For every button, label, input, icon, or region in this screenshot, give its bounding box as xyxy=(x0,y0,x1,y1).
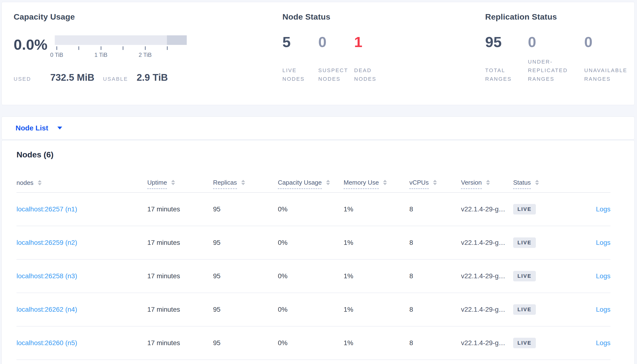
logs-link[interactable]: Logs xyxy=(596,239,610,246)
nodes-table-header: nodes Uptime Replicas Capacity Usage Mem… xyxy=(17,176,610,193)
sort-icon[interactable] xyxy=(241,180,245,185)
replication-stats: 95 TOTAL RANGES 0 UNDER-REPLICATED RANGE… xyxy=(485,34,637,83)
column-header-label: Uptime xyxy=(147,179,167,189)
replicas-cell: 95 xyxy=(213,206,278,213)
vcpus-cell: 8 xyxy=(409,239,461,246)
column-header-label: nodes xyxy=(17,179,34,189)
under-replicated-stat: 0 UNDER-REPLICATED RANGES xyxy=(528,34,584,83)
column-header-memory-use[interactable]: Memory Use xyxy=(344,179,409,189)
table-row: localhost:26257 (n1) 17 minutes 95 0% 1%… xyxy=(17,193,610,226)
view-selector-bar: Node List xyxy=(2,116,634,140)
status-badge: LIVE xyxy=(513,204,536,214)
node-list-dropdown[interactable]: Node List xyxy=(16,124,62,132)
axis-tick xyxy=(145,46,146,50)
capacity-percent: 0.0% xyxy=(14,37,55,58)
dead-nodes-stat: 1 DEAD NODES xyxy=(354,34,390,83)
column-header-label: Capacity Usage xyxy=(278,179,322,189)
logs-link[interactable]: Logs xyxy=(596,272,610,280)
replicas-cell: 95 xyxy=(213,306,278,313)
used-value: 732.5 MiB xyxy=(50,72,95,83)
status-badge: LIVE xyxy=(513,304,536,315)
uptime-cell: 17 minutes xyxy=(147,206,213,213)
vcpus-cell: 8 xyxy=(409,272,461,280)
column-header-status[interactable]: Status xyxy=(513,179,562,189)
table-row: localhost:26262 (n4) 17 minutes 95 0% 1%… xyxy=(17,293,610,326)
replicas-cell: 95 xyxy=(213,339,278,347)
sort-icon[interactable] xyxy=(486,180,490,185)
node-link[interactable]: localhost:26259 (n2) xyxy=(17,239,77,246)
axis-tick xyxy=(78,46,79,50)
column-header-capacity-usage[interactable]: Capacity Usage xyxy=(278,179,344,189)
sort-icon[interactable] xyxy=(171,180,175,185)
capacity-bar-block: 0 TiB 1 TiB 2 TiB xyxy=(55,35,187,58)
sort-icon[interactable] xyxy=(535,180,539,185)
sort-icon[interactable] xyxy=(326,180,330,185)
logs-link[interactable]: Logs xyxy=(596,339,610,346)
column-header-nodes[interactable]: nodes xyxy=(17,179,147,189)
replicas-cell: 95 xyxy=(213,272,278,280)
version-cell: v22.1.4-29-g… xyxy=(461,272,513,280)
version-cell: v22.1.4-29-g… xyxy=(461,339,513,347)
uptime-cell: 17 minutes xyxy=(147,339,213,347)
capacity-cell: 0% xyxy=(278,306,344,313)
vcpus-cell: 8 xyxy=(409,339,461,347)
column-header-label: Status xyxy=(513,179,531,189)
column-header-label: Version xyxy=(461,179,482,189)
suspect-nodes-stat: 0 SUSPECT NODES xyxy=(318,34,354,83)
under-replicated-label: UNDER-REPLICATED RANGES xyxy=(528,56,584,83)
axis-tick-label: 0 TiB xyxy=(50,52,63,58)
version-cell: v22.1.4-29-g… xyxy=(461,306,513,313)
capacity-cell: 0% xyxy=(278,206,344,213)
memory-cell: 1% xyxy=(344,206,409,213)
status-badge: LIVE xyxy=(513,338,536,348)
column-header-vcpus[interactable]: vCPUs xyxy=(409,179,461,189)
nodes-panel: Nodes (6) nodes Uptime Replicas Capacity… xyxy=(2,140,634,364)
dead-nodes-label: DEAD NODES xyxy=(354,56,390,83)
live-nodes-label: LIVE NODES xyxy=(282,56,318,83)
sort-icon[interactable] xyxy=(433,180,437,185)
node-link[interactable]: localhost:26262 (n4) xyxy=(17,306,77,313)
capacity-usage-section: Capacity Usage 0.0% 0 TiB 1 TiB 2 TiB xyxy=(14,12,272,83)
node-link[interactable]: localhost:26258 (n3) xyxy=(17,272,77,280)
nodes-heading: Nodes (6) xyxy=(17,150,610,159)
axis-tick xyxy=(123,46,123,50)
axis-tick xyxy=(167,46,168,50)
capacity-bar-used-segment xyxy=(167,35,187,45)
status-badge: LIVE xyxy=(513,271,536,281)
sort-icon[interactable] xyxy=(383,180,387,185)
uptime-cell: 17 minutes xyxy=(147,239,213,246)
node-link[interactable]: localhost:26260 (n5) xyxy=(17,339,77,346)
unavailable-ranges-stat: 0 UNAVAILABLE RANGES xyxy=(584,34,637,83)
node-list-dropdown-label: Node List xyxy=(16,124,48,132)
column-header-version[interactable]: Version xyxy=(461,179,513,189)
axis-tick xyxy=(101,46,101,50)
column-header-label: vCPUs xyxy=(409,179,429,189)
capacity-bar xyxy=(55,35,187,45)
suspect-nodes-value: 0 xyxy=(318,34,354,50)
total-ranges-stat: 95 TOTAL RANGES xyxy=(485,34,528,83)
capacity-axis: 0 TiB 1 TiB 2 TiB xyxy=(55,45,187,58)
vcpus-cell: 8 xyxy=(409,306,461,313)
memory-cell: 1% xyxy=(344,239,409,246)
unavailable-ranges-label: UNAVAILABLE RANGES xyxy=(584,56,637,83)
logs-link[interactable]: Logs xyxy=(596,306,610,313)
sort-icon[interactable] xyxy=(38,180,42,185)
table-row: localhost:26260 (n5) 17 minutes 95 0% 1%… xyxy=(17,326,610,360)
live-nodes-value: 5 xyxy=(282,34,318,50)
vcpus-cell: 8 xyxy=(409,206,461,213)
column-header-label: Memory Use xyxy=(344,179,379,189)
axis-tick-label: 2 TiB xyxy=(139,52,152,58)
memory-cell: 1% xyxy=(344,272,409,280)
axis-tick-label: 1 TiB xyxy=(95,52,108,58)
uptime-cell: 17 minutes xyxy=(147,272,213,280)
total-ranges-label: TOTAL RANGES xyxy=(485,56,528,83)
column-header-replicas[interactable]: Replicas xyxy=(213,179,278,189)
node-status-title: Node Status xyxy=(282,12,483,22)
used-label: USED xyxy=(14,76,31,82)
dead-nodes-value: 1 xyxy=(354,34,390,50)
table-row: localhost:26259 (n2) 17 minutes 95 0% 1%… xyxy=(17,226,610,260)
axis-tick xyxy=(57,46,57,50)
node-link[interactable]: localhost:26257 (n1) xyxy=(17,206,77,213)
logs-link[interactable]: Logs xyxy=(596,206,610,213)
column-header-uptime[interactable]: Uptime xyxy=(147,179,213,189)
